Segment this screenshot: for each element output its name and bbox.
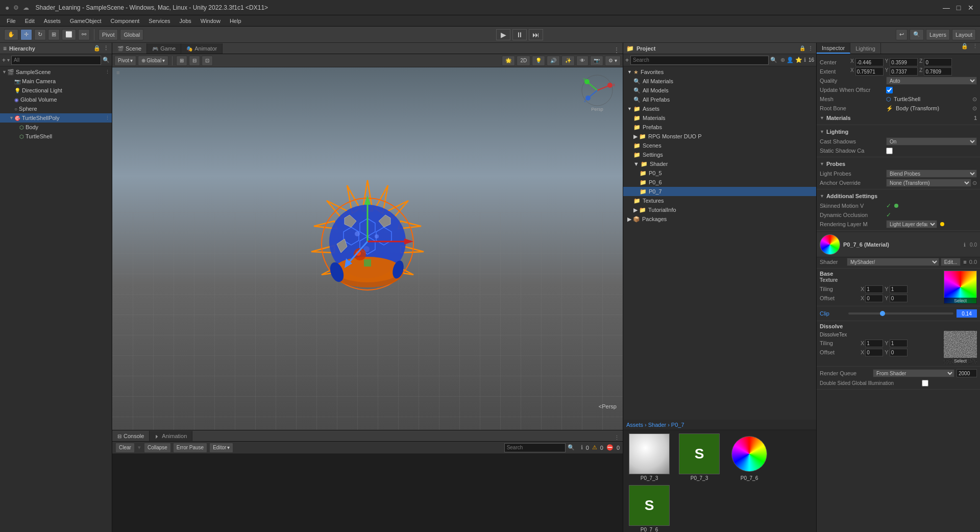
- camera-btn[interactable]: 📷: [590, 56, 603, 66]
- inspector-tab[interactable]: Inspector: [817, 43, 850, 54]
- project-menu[interactable]: ⋮: [808, 45, 813, 51]
- tree-item-dirlight[interactable]: 💡 Directional Light: [0, 86, 112, 95]
- pause-button[interactable]: ⏸: [512, 29, 527, 40]
- lighting-section-header[interactable]: ▼ Lighting: [817, 127, 980, 137]
- tab-animator[interactable]: 🎭 Animator: [181, 43, 223, 54]
- collab-button[interactable]: ↩: [896, 29, 908, 40]
- maximize-button[interactable]: □: [954, 4, 963, 12]
- mode-btn[interactable]: ⊞: [176, 56, 187, 66]
- menu-assets[interactable]: Assets: [40, 17, 65, 25]
- breadcrumb-assets[interactable]: Assets: [626, 422, 643, 428]
- dots-icon[interactable]: ⋮: [105, 69, 110, 75]
- extent-y[interactable]: [890, 67, 918, 76]
- clear-button[interactable]: Clear: [115, 443, 135, 453]
- minimize-button[interactable]: —: [942, 4, 950, 12]
- collapse-button[interactable]: Collapse: [144, 443, 171, 453]
- menu-component[interactable]: Component: [106, 17, 143, 25]
- project-icon1[interactable]: ⊕: [780, 57, 785, 63]
- tab-scene[interactable]: 🎬 Scene: [112, 43, 147, 54]
- shader-menu-icon[interactable]: ≡: [963, 259, 966, 265]
- close-button[interactable]: ✕: [967, 4, 975, 12]
- center-y[interactable]: [890, 58, 918, 66]
- asset-p076-shader[interactable]: S P0_7_6: [626, 485, 672, 532]
- menu-services[interactable]: Services: [144, 17, 174, 25]
- pivot-button[interactable]: Pivot: [99, 29, 118, 40]
- static-shadow-checkbox[interactable]: [886, 148, 893, 154]
- cast-shadows-select[interactable]: On: [886, 137, 977, 146]
- dots-icon[interactable]: ⋮: [105, 115, 110, 120]
- play-button[interactable]: ▶: [496, 29, 510, 40]
- transform-tool[interactable]: ⚯: [78, 29, 90, 40]
- update-offscreen-checkbox[interactable]: [886, 87, 893, 93]
- fx2-btn[interactable]: ✨: [561, 56, 575, 66]
- scale-tool[interactable]: ⊞: [48, 29, 60, 40]
- hidden-btn[interactable]: 👁: [576, 56, 589, 66]
- light-btn[interactable]: 💡: [532, 56, 545, 66]
- project-shader[interactable]: ▼ 📁 Shader: [623, 159, 816, 168]
- menu-window[interactable]: Window: [197, 17, 225, 25]
- anchor-override-select[interactable]: None (Transform): [886, 179, 971, 187]
- assets-group[interactable]: ▼ 📁 Assets: [623, 104, 816, 113]
- project-tutorialinfo[interactable]: ▶ 📁 TutorialInfo: [623, 205, 816, 214]
- tiling-y[interactable]: [890, 285, 908, 293]
- project-add[interactable]: +: [625, 57, 629, 64]
- tree-item-samplescene[interactable]: ▼ 🎬 SampleScene ⋮: [0, 67, 112, 77]
- project-p0_6[interactable]: 📁 P0_6: [623, 178, 816, 187]
- dissolve-select-btn[interactable]: Select: [944, 358, 977, 364]
- extent-z[interactable]: [924, 67, 952, 76]
- hand-tool[interactable]: ✋: [4, 29, 18, 40]
- project-textures[interactable]: 📁 Textures: [623, 196, 816, 205]
- step-button[interactable]: ⏭: [529, 29, 543, 40]
- render-queue-select[interactable]: From Shader: [873, 369, 954, 377]
- global-button[interactable]: Global: [120, 29, 143, 40]
- rotate-tool[interactable]: ↻: [34, 29, 46, 40]
- hierarchy-lock[interactable]: 🔒: [93, 45, 101, 52]
- offset-y[interactable]: [890, 295, 908, 302]
- favorites-all-materials[interactable]: 🔍 All Materials: [623, 77, 816, 86]
- move-tool[interactable]: ✛: [20, 29, 32, 40]
- layout-button[interactable]: Layout: [952, 29, 976, 40]
- project-p0_7[interactable]: 📁 P0_7: [623, 187, 816, 196]
- tree-item-turtleshellpoly[interactable]: ▼ 🎯 TurtleShellPoly ⋮: [0, 113, 112, 123]
- anchor-link[interactable]: ⊙: [972, 180, 977, 186]
- tab-animation[interactable]: ⏵ Animation: [150, 431, 192, 441]
- probes-header[interactable]: ▼ Probes: [817, 159, 980, 169]
- project-icon2[interactable]: 👤: [787, 57, 794, 63]
- global-btn[interactable]: ⊕ Global ▾: [138, 56, 168, 66]
- dissolve-offset-x[interactable]: [865, 349, 883, 356]
- snap-btn[interactable]: ⊡: [202, 56, 213, 66]
- rect-tool[interactable]: ⬜: [62, 29, 76, 40]
- mesh-link[interactable]: ⊙: [972, 96, 977, 103]
- tree-item-body[interactable]: ⬡ Body: [0, 123, 112, 132]
- favorites-group[interactable]: ▼ ★ Favorites: [623, 67, 816, 77]
- shader-select[interactable]: MyShader/: [847, 258, 939, 266]
- light-probes-select[interactable]: Blend Probes: [886, 170, 977, 178]
- hierarchy-menu[interactable]: ⋮: [103, 45, 109, 52]
- editor-button[interactable]: Editor ▾: [209, 443, 233, 453]
- hierarchy-add[interactable]: +: [2, 57, 6, 64]
- layout-view-btn[interactable]: ⊟: [189, 56, 200, 66]
- dynamic-occlusion-check[interactable]: ✓: [886, 211, 891, 219]
- packages-group[interactable]: ▶ 📦 Packages: [623, 214, 816, 224]
- menu-help[interactable]: Help: [226, 17, 246, 25]
- menu-edit[interactable]: Edit: [21, 17, 39, 25]
- skinned-motion-check[interactable]: ✓: [886, 202, 891, 209]
- clip-value-input[interactable]: 0.14: [957, 309, 977, 318]
- inspector-lock[interactable]: 🔒: [959, 43, 970, 54]
- console-search[interactable]: [504, 443, 566, 452]
- tiling-x[interactable]: [865, 285, 883, 293]
- dissolve-offset-y[interactable]: [890, 349, 908, 356]
- error-pause-button[interactable]: Error Pause: [173, 443, 207, 453]
- double-sided-checkbox[interactable]: [922, 380, 928, 386]
- project-prefabs[interactable]: 📁 Prefabs: [623, 123, 816, 132]
- pivot-btn[interactable]: Pivot ▾: [114, 56, 136, 66]
- scene-menu[interactable]: ⋮: [610, 46, 623, 54]
- console-menu[interactable]: ⋮: [611, 434, 623, 441]
- project-icon3[interactable]: ⭐: [795, 57, 802, 63]
- menu-file[interactable]: File: [3, 17, 20, 25]
- offset-x[interactable]: [865, 295, 883, 302]
- extent-x[interactable]: [855, 67, 884, 76]
- render-queue-number[interactable]: [957, 369, 977, 377]
- breadcrumb-p07[interactable]: P0_7: [671, 422, 684, 428]
- tab-game[interactable]: 🎮 Game: [147, 43, 181, 54]
